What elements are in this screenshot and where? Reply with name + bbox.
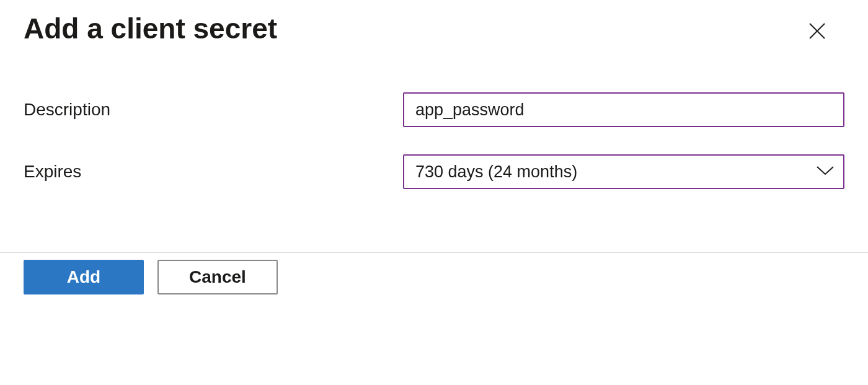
expires-select[interactable]: 730 days (24 months): [403, 154, 844, 189]
description-label: Description: [24, 100, 403, 120]
expires-label: Expires: [24, 162, 403, 182]
close-button[interactable]: [802, 16, 832, 48]
expires-row: Expires 730 days (24 months): [24, 154, 844, 189]
description-row: Description: [24, 92, 844, 127]
close-icon: [807, 21, 827, 43]
footer-divider: [0, 252, 868, 253]
add-client-secret-panel: Add a client secret Description Expires …: [0, 0, 868, 189]
description-input[interactable]: [403, 92, 844, 127]
panel-header: Add a client secret: [24, 12, 844, 48]
panel-title: Add a client secret: [24, 12, 277, 45]
cancel-button[interactable]: Cancel: [157, 260, 278, 294]
expires-select-wrap: 730 days (24 months): [403, 154, 844, 189]
add-button[interactable]: Add: [24, 260, 144, 294]
expires-selected-value: 730 days (24 months): [415, 162, 577, 182]
panel-footer: Add Cancel: [0, 225, 868, 294]
